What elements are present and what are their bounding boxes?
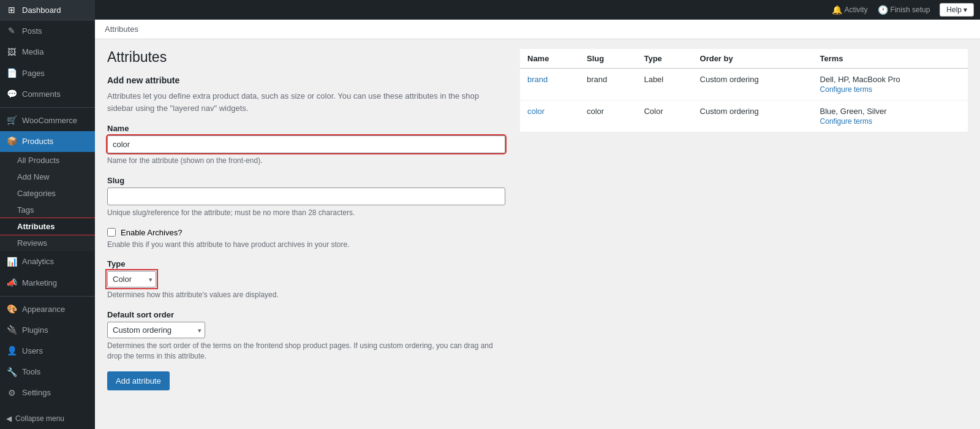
- sort-order-select[interactable]: Custom ordering Name Name (numeric) Term…: [107, 322, 205, 338]
- row2-terms-text: Blue, Green, Silver: [820, 107, 887, 116]
- sidebar-item-posts[interactable]: ✎ Posts: [0, 21, 95, 42]
- submenu-attributes[interactable]: Attributes: [0, 218, 95, 235]
- enable-archives-checkbox[interactable]: [107, 228, 116, 237]
- sidebar: ⊞ Dashboard ✎ Posts 🖼 Media 📄 Pages 💬 Co…: [0, 0, 95, 429]
- sidebar-item-plugins[interactable]: 🔌 Plugins: [0, 320, 95, 341]
- appearance-icon: 🎨: [6, 304, 17, 315]
- sort-order-help: Determines the sort order of the terms o…: [107, 341, 505, 362]
- type-select-wrapper: Select Text Color Image Label ▾: [107, 271, 156, 287]
- type-select[interactable]: Select Text Color Image Label: [107, 271, 156, 287]
- name-help: Name for the attribute (shown on the fro…: [107, 156, 505, 166]
- sidebar-item-comments[interactable]: 💬 Comments: [0, 84, 95, 105]
- name-field-group: Name Name for the attribute (shown on th…: [107, 124, 505, 166]
- media-icon: 🖼: [6, 47, 17, 58]
- sidebar-label-posts: Posts: [22, 26, 42, 37]
- separator-2: [0, 296, 95, 297]
- table-header-row: Name Slug Type Order by Terms: [520, 49, 968, 69]
- row1-slug: brand: [579, 69, 636, 101]
- sidebar-item-settings[interactable]: ⚙ Settings: [0, 382, 95, 403]
- row2-name-link[interactable]: color: [527, 107, 545, 116]
- slug-label: Slug: [107, 176, 505, 185]
- pages-icon: 📄: [6, 68, 17, 79]
- sidebar-label-plugins: Plugins: [22, 325, 48, 336]
- row1-name: brand: [520, 69, 579, 101]
- col-order-by: Order by: [693, 49, 813, 69]
- row1-order-by: Custom ordering: [693, 69, 813, 101]
- form-panel: Attributes Add new attribute Attributes …: [107, 49, 505, 419]
- add-attribute-button[interactable]: Add attribute: [107, 371, 170, 390]
- sidebar-item-appearance[interactable]: 🎨 Appearance: [0, 299, 95, 320]
- sidebar-label-users: Users: [22, 346, 43, 357]
- plugins-icon: 🔌: [6, 325, 17, 336]
- table-row: color color Color Custom ordering Blue, …: [520, 101, 968, 132]
- sidebar-item-users[interactable]: 👤 Users: [0, 341, 95, 362]
- table-header: Name Slug Type Order by Terms: [520, 49, 968, 69]
- breadcrumb: Attributes: [95, 20, 980, 39]
- row1-configure-link[interactable]: Configure terms: [820, 85, 960, 94]
- add-attribute-section-title: Add new attribute: [107, 75, 505, 85]
- tools-icon: 🔧: [6, 366, 17, 378]
- enable-archives-label: Enable Archives?: [121, 228, 182, 237]
- type-help: Determines how this attribute's values a…: [107, 290, 505, 300]
- page-title: Attributes: [107, 49, 505, 66]
- row1-type: Label: [636, 69, 692, 101]
- woocommerce-icon: 🛒: [6, 115, 17, 126]
- separator-1: [0, 107, 95, 108]
- sidebar-label-analytics: Analytics: [22, 256, 54, 267]
- row2-configure-link[interactable]: Configure terms: [820, 117, 960, 126]
- collapse-menu-label: Collapse menu: [15, 414, 64, 423]
- row1-terms-text: Dell, HP, MacBook Pro: [820, 75, 900, 84]
- type-label: Type: [107, 259, 505, 268]
- submenu-reviews[interactable]: Reviews: [0, 235, 95, 251]
- enable-archives-help: Enable this if you want this attribute t…: [107, 240, 505, 250]
- sidebar-item-pages[interactable]: 📄 Pages: [0, 63, 95, 84]
- sidebar-label-media: Media: [22, 47, 43, 58]
- col-slug: Slug: [579, 49, 636, 69]
- sidebar-item-analytics[interactable]: 📊 Analytics: [0, 251, 95, 272]
- sidebar-item-products[interactable]: 📦 Products: [0, 131, 95, 152]
- enable-archives-row: Enable Archives?: [107, 228, 505, 237]
- sidebar-item-tools[interactable]: 🔧 Tools: [0, 362, 95, 382]
- type-field-group: Type Select Text Color Image Label ▾ Det…: [107, 259, 505, 300]
- row2-order-by: Custom ordering: [693, 101, 813, 132]
- attributes-table: Name Slug Type Order by Terms brand bran…: [520, 49, 968, 132]
- submenu-all-products[interactable]: All Products: [0, 152, 95, 169]
- sidebar-label-woocommerce: WooCommerce: [22, 115, 77, 126]
- name-input[interactable]: [107, 135, 505, 153]
- col-name: Name: [520, 49, 579, 69]
- table-row: brand brand Label Custom ordering Dell, …: [520, 69, 968, 101]
- attributes-table-panel: Name Slug Type Order by Terms brand bran…: [520, 49, 968, 419]
- slug-field-group: Slug Unique slug/reference for the attri…: [107, 176, 505, 218]
- add-attribute-label: Add attribute: [116, 376, 161, 385]
- products-submenu: All Products Add New Categories Tags Att…: [0, 152, 95, 251]
- slug-input[interactable]: [107, 188, 505, 205]
- marketing-icon: 📣: [6, 278, 17, 289]
- sort-order-field-group: Default sort order Custom ordering Name …: [107, 310, 505, 362]
- sort-order-label: Default sort order: [107, 310, 505, 319]
- row1-name-link[interactable]: brand: [527, 75, 548, 84]
- collapse-menu[interactable]: ◀ Collapse menu: [0, 408, 95, 429]
- content-area: Attributes Add new attribute Attributes …: [95, 39, 980, 429]
- sidebar-item-dashboard[interactable]: ⊞ Dashboard: [0, 0, 95, 21]
- analytics-icon: 📊: [6, 256, 17, 267]
- submenu-add-new[interactable]: Add New: [0, 169, 95, 185]
- submenu-categories[interactable]: Categories: [0, 185, 95, 202]
- row2-name: color: [520, 101, 579, 132]
- sidebar-label-tools: Tools: [22, 366, 40, 378]
- sidebar-item-woocommerce[interactable]: 🛒 WooCommerce: [0, 110, 95, 131]
- sidebar-item-media[interactable]: 🖼 Media: [0, 42, 95, 63]
- sidebar-label-pages: Pages: [22, 68, 45, 79]
- form-description: Attributes let you define extra product …: [107, 90, 505, 114]
- submenu-tags[interactable]: Tags: [0, 202, 95, 218]
- sidebar-label-appearance: Appearance: [22, 304, 65, 315]
- products-icon: 📦: [6, 136, 17, 147]
- collapse-arrow-icon: ◀: [6, 414, 12, 423]
- row2-slug: color: [579, 101, 636, 132]
- name-label: Name: [107, 124, 505, 133]
- sort-order-select-wrapper: Custom ordering Name Name (numeric) Term…: [107, 322, 205, 338]
- sidebar-label-marketing: Marketing: [22, 278, 57, 289]
- sidebar-item-marketing[interactable]: 📣 Marketing: [0, 273, 95, 294]
- col-type: Type: [636, 49, 692, 69]
- posts-icon: ✎: [6, 26, 17, 37]
- row2-type: Color: [636, 101, 692, 132]
